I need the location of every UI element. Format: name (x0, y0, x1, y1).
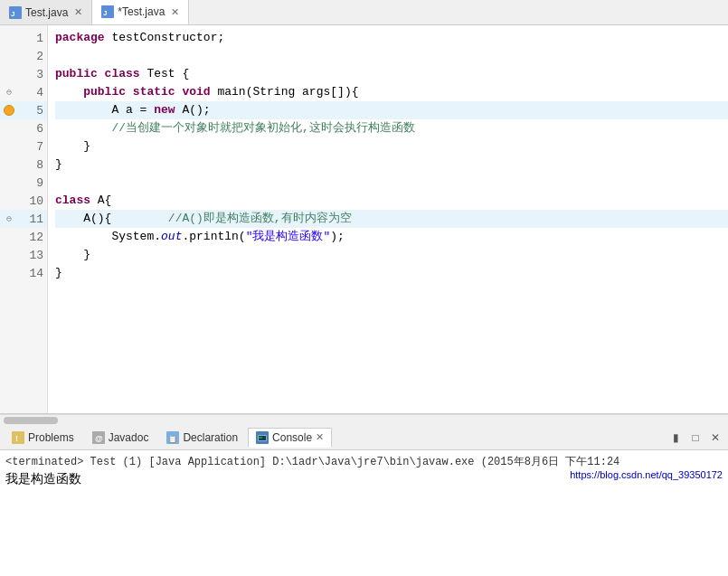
line-num-12: 12 (18, 231, 47, 244)
tab-javadoc[interactable]: @ Javadoc (84, 428, 157, 448)
tab-test-java-modified[interactable]: J *Test.java ✕ (92, 0, 189, 24)
minimize-panel-button[interactable]: ▮ (667, 429, 685, 447)
line-7-gutter: 7 (0, 137, 47, 156)
console-tab-close-marker: ✕ (316, 431, 324, 443)
line-4-gutter: ⊖ 4 (0, 83, 47, 101)
close-panel-button[interactable]: ✕ (706, 429, 724, 447)
tab-declaration-label: Declaration (183, 431, 238, 444)
scroll-thumb[interactable] (4, 417, 58, 424)
line-9-gutter: 9 (0, 174, 47, 192)
line-5-gutter: 5 (0, 101, 47, 119)
code-line-10: class A{ (55, 192, 728, 210)
line-num-8: 8 (18, 158, 47, 172)
horizontal-scrollbar[interactable] (0, 414, 728, 425)
console-terminated-line: <terminated> Test (1) [Java Application]… (5, 454, 723, 469)
code-line-6: //当创建一个对象时就把对象初始化,这时会执行构造函数 (55, 119, 728, 137)
code-line-1: package testConstructor; (55, 29, 728, 47)
tab-close[interactable]: ✕ (74, 6, 82, 18)
line-num-3: 3 (18, 68, 47, 81)
panel-tab-bar: ! Problems @ Javadoc 📋 Declaration (0, 425, 728, 450)
line-num-1: 1 (18, 32, 47, 45)
line-13-gutter: 13 (0, 246, 47, 264)
tab-bar: J Test.java ✕ J *Test.java ✕ (0, 0, 728, 25)
java-file-icon-2: J (101, 5, 114, 18)
tab-label: Test.java (25, 6, 68, 19)
panel-right-buttons: ▮ □ ✕ (667, 429, 724, 447)
code-line-5: A a = new A(); (55, 101, 728, 119)
line-11-gutter: ⊖ 11 (0, 210, 47, 228)
code-line-9 (55, 174, 728, 192)
console-url[interactable]: https://blog.csdn.net/qq_39350172 (570, 469, 723, 480)
line-12-gutter: 12 (0, 228, 47, 246)
code-line-13: } (55, 246, 728, 264)
code-line-4: public static void main(String args[]){ (55, 83, 728, 101)
line-num-4: 4 (18, 86, 47, 99)
line-num-11: 11 (18, 212, 47, 226)
line-num-6: 6 (18, 122, 47, 136)
tab-javadoc-label: Javadoc (109, 431, 149, 444)
line-14-gutter: 14 (0, 264, 47, 282)
tab-label-modified: *Test.java (118, 5, 165, 18)
tab-console-label: Console (272, 431, 312, 444)
line-num-13: 13 (18, 249, 47, 262)
tab-declaration[interactable]: 📋 Declaration (158, 428, 246, 448)
console-icon (256, 431, 269, 444)
line-num-10: 10 (18, 194, 47, 208)
line-6-gutter: 6 (0, 119, 47, 137)
line-2-gutter: 2 (0, 47, 47, 65)
code-line-7: } (55, 137, 728, 156)
svg-text:J: J (103, 9, 107, 17)
line-3-gutter: 3 (0, 65, 47, 83)
svg-rect-4 (12, 431, 24, 444)
line-1-gutter: 1 (0, 29, 47, 47)
maximize-panel-button[interactable]: □ (686, 429, 704, 447)
collapse-icon-11[interactable]: ⊖ (0, 213, 18, 224)
svg-text:@: @ (95, 434, 103, 443)
declaration-icon: 📋 (166, 431, 179, 444)
line-8-gutter: 8 (0, 156, 47, 174)
code-line-2 (55, 47, 728, 65)
line-num-5: 5 (18, 104, 47, 118)
code-line-14: } (55, 264, 728, 282)
collapse-icon-4[interactable]: ⊖ (0, 87, 18, 98)
code-line-12: System.out.println("我是构造函数"); (55, 228, 728, 246)
tab-close-2[interactable]: ✕ (171, 6, 179, 18)
java-file-icon: J (9, 6, 22, 19)
line-num-9: 9 (18, 176, 47, 190)
line-num-2: 2 (18, 50, 47, 63)
tab-problems-label: Problems (28, 431, 74, 444)
code-line-8: } (55, 156, 728, 174)
svg-text:J: J (11, 10, 14, 18)
breakpoint-5[interactable] (4, 105, 14, 116)
code-content[interactable]: package testConstructor; public class Te… (48, 25, 728, 413)
console-terminated-text: <terminated> Test (1) [Java Application]… (5, 456, 619, 468)
tab-problems[interactable]: ! Problems (4, 428, 82, 448)
line-num-14: 14 (18, 267, 47, 280)
bottom-panel: ! Problems @ Javadoc 📋 Declaration (0, 425, 728, 576)
code-editor: 1 2 3 ⊖ 4 5 (0, 25, 728, 414)
svg-text:📋: 📋 (168, 434, 177, 443)
code-line-3: public class Test { (55, 65, 728, 83)
line-10-gutter: 10 (0, 192, 47, 210)
tab-console[interactable]: Console ✕ (248, 428, 332, 448)
problems-icon: ! (12, 431, 24, 444)
code-line-11: A(){ //A()即是构造函数,有时内容为空 (55, 210, 728, 228)
line-num-7: 7 (18, 140, 47, 154)
javadoc-icon: @ (92, 431, 105, 444)
svg-text:!: ! (15, 434, 18, 443)
console-content: <terminated> Test (1) [Java Application]… (0, 450, 728, 576)
tab-test-java[interactable]: J Test.java ✕ (0, 0, 92, 24)
